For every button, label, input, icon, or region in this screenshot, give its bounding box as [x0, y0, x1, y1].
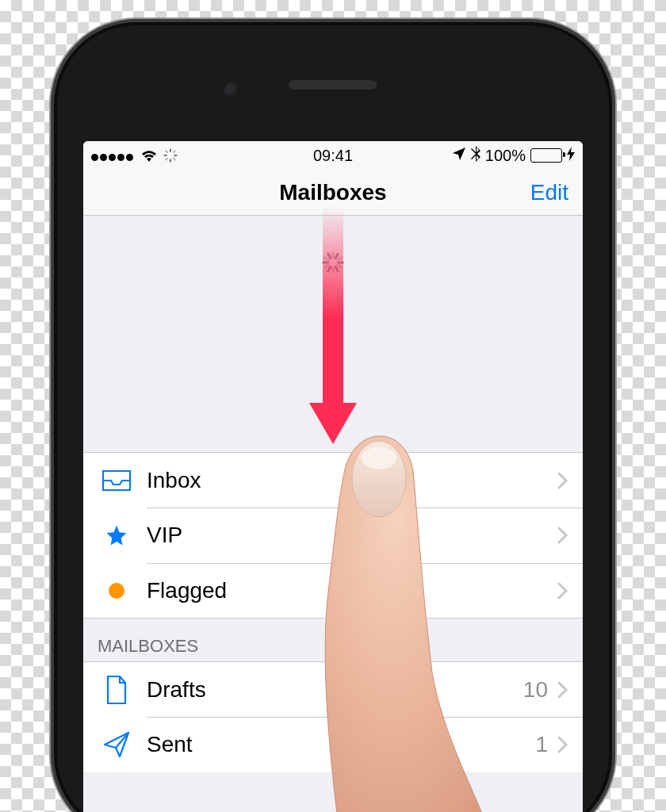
- mailbox-label: Sent: [147, 732, 535, 757]
- charging-bolt-icon: [567, 147, 575, 165]
- phone-frame: 09:41 100% Mailboxes Edit: [49, 17, 617, 812]
- svg-line-7: [166, 159, 167, 160]
- status-time: 09:41: [313, 147, 353, 165]
- nav-bar: Mailboxes Edit: [83, 170, 583, 216]
- signal-dots-icon: [91, 147, 135, 165]
- location-arrow-icon: [452, 147, 466, 165]
- screen: 09:41 100% Mailboxes Edit: [83, 141, 583, 812]
- earpiece: [289, 79, 377, 90]
- svg-line-6: [174, 151, 175, 152]
- flag-dot-icon: [98, 583, 136, 599]
- status-bar: 09:41 100%: [83, 141, 583, 170]
- star-icon: [98, 523, 136, 547]
- mailbox-label: Inbox: [147, 468, 557, 493]
- mailbox-inbox[interactable]: Inbox: [83, 452, 583, 508]
- front-camera: [224, 82, 239, 98]
- pull-to-refresh[interactable]: [83, 216, 583, 452]
- chevron-right-icon: [557, 582, 568, 599]
- mailbox-count: 1: [535, 732, 548, 757]
- chevron-right-icon: [557, 736, 568, 753]
- sent-icon: [98, 730, 136, 759]
- wifi-icon: [140, 148, 159, 163]
- page-title: Mailboxes: [279, 180, 386, 205]
- mailbox-label: Drafts: [147, 677, 523, 703]
- section-header-mailboxes: MAILBOXES: [83, 619, 583, 661]
- inbox-icon: [98, 469, 136, 492]
- chevron-right-icon: [557, 527, 568, 544]
- mailbox-vip[interactable]: VIP: [83, 508, 583, 563]
- bluetooth-icon: [471, 146, 480, 166]
- network-activity-icon: [163, 148, 178, 163]
- mailbox-count: 10: [523, 677, 548, 703]
- chevron-right-icon: [557, 681, 568, 699]
- refresh-spinner-icon: [320, 249, 346, 276]
- svg-line-5: [174, 159, 175, 160]
- svg-line-4: [166, 151, 167, 152]
- mailbox-label: VIP: [147, 523, 557, 548]
- edit-button[interactable]: Edit: [530, 180, 568, 205]
- mailbox-label: Flagged: [147, 578, 557, 603]
- mailbox-sent[interactable]: Sent 1: [83, 717, 583, 772]
- chevron-right-icon: [557, 472, 568, 489]
- drafts-icon: [98, 675, 136, 705]
- mailbox-list[interactable]: Inbox VIP Flagged: [83, 216, 583, 812]
- mailbox-flagged[interactable]: Flagged: [83, 563, 583, 619]
- battery-icon: [530, 148, 562, 163]
- mailbox-drafts[interactable]: Drafts 10: [83, 661, 583, 717]
- battery-percent: 100%: [485, 147, 526, 165]
